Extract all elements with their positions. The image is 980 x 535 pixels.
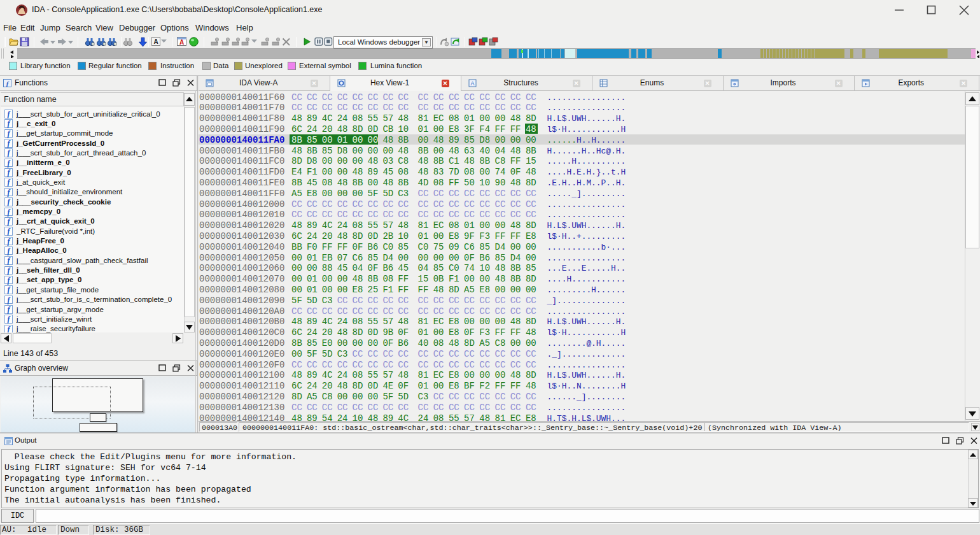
svg-text:A: A	[179, 39, 184, 46]
